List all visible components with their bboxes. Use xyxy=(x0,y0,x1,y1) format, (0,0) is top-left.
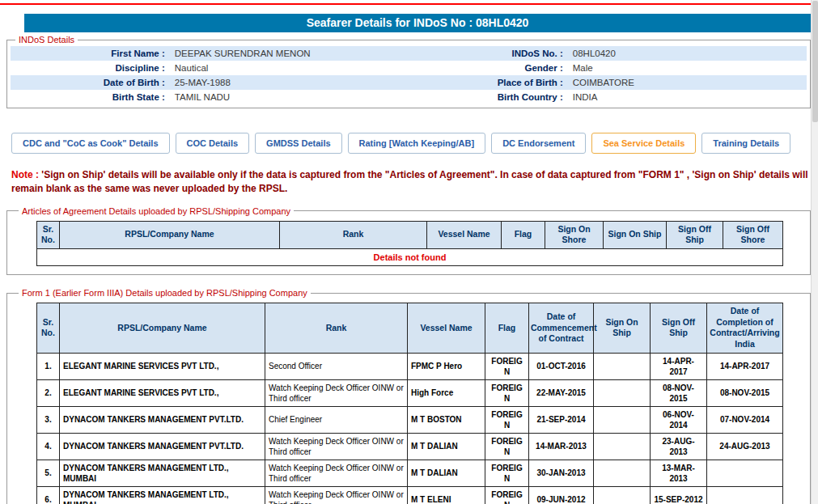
table-cell: 15-SEP-2012 xyxy=(651,486,707,504)
table-cell: 07-NOV-2014 xyxy=(707,406,783,433)
table-cell: Birth State : xyxy=(11,90,170,104)
column-header: RPSL/Company Name xyxy=(60,303,265,354)
table-cell: Place of Birth : xyxy=(409,75,568,90)
table-cell: Birth Country : xyxy=(409,90,568,104)
table-row: First Name :DEEPAK SURENDRAN MENONINDoS … xyxy=(11,46,807,61)
table-cell xyxy=(707,486,783,504)
indos-details-legend: INDoS Details xyxy=(15,35,78,44)
table-cell: DYNACOM TANKERS MANAGEMENT PVT.LTD. xyxy=(60,406,265,433)
table-row: 5.DYNACOM TANKERS MANAGEMENT LTD., MUMBA… xyxy=(37,460,783,486)
tab-gmdss-details[interactable]: GMDSS Details xyxy=(255,133,341,154)
column-header: RPSL/Company Name xyxy=(60,221,280,248)
articles-of-agreement-section: Articles of Agreement Details uploaded b… xyxy=(6,206,811,276)
column-header: Sr. No. xyxy=(37,221,60,248)
table-cell: 25-MAY-1988 xyxy=(170,75,409,90)
table-cell: INDoS No. : xyxy=(409,46,568,61)
tab-coc-details[interactable]: COC Details xyxy=(176,133,250,154)
column-header: Sign On Shore xyxy=(545,221,604,248)
indos-details-section: INDoS Details First Name :DEEPAK SURENDR… xyxy=(6,35,811,108)
vertical-scrollbar[interactable] xyxy=(811,0,818,504)
table-cell: M T DALIAN xyxy=(408,460,485,486)
table-cell: ELEGANT MARINE SERVICES PVT LTD., xyxy=(60,353,265,379)
table-cell: FOREIGN xyxy=(485,353,529,379)
scrollbar-thumb[interactable] xyxy=(812,1,818,122)
table-cell: 23-AUG-2013 xyxy=(651,433,707,460)
column-header: Flag xyxy=(485,303,529,354)
table-cell: INDIA xyxy=(568,90,807,104)
table-cell: 13-MAR-2013 xyxy=(651,460,707,486)
table-cell: DEEPAK SURENDRAN MENON xyxy=(170,46,409,61)
column-header: Sign Off Ship xyxy=(667,221,723,248)
table-cell: 4. xyxy=(37,433,60,460)
table-cell: Watch Keeping Deck Officer OINW or Third… xyxy=(265,486,408,504)
table-cell: FOREIGN xyxy=(485,486,529,504)
table-cell xyxy=(594,460,651,486)
table-cell: Chief Engineer xyxy=(265,406,408,433)
table-row: Discipline :NauticalGender :Male xyxy=(11,61,807,75)
column-header: Vessel Name xyxy=(408,303,485,354)
table-cell: COIMBATORE xyxy=(568,75,807,90)
column-header: Sign On Ship xyxy=(604,221,667,248)
table-cell: 2. xyxy=(37,379,60,406)
table-cell: 09-JUN-2012 xyxy=(529,486,594,504)
table-cell: 08HL0420 xyxy=(568,46,807,61)
table-cell: DYNACOM TANKERS MANAGEMENT LTD., MUMBAI xyxy=(60,486,265,504)
table-row: 2.ELEGANT MARINE SERVICES PVT LTD.,Watch… xyxy=(37,379,783,406)
column-header: Sign Off Shore xyxy=(723,221,783,248)
page-title: Seafarer Details for INDoS No : 08HL0420 xyxy=(24,14,811,32)
table-cell: FOREIGN xyxy=(485,379,529,406)
column-header: Rank xyxy=(280,221,427,248)
table-row: 1.ELEGANT MARINE SERVICES PVT LTD.,Secon… xyxy=(37,353,783,379)
table-header-row: Sr. No.RPSL/Company NameRankVessel NameF… xyxy=(37,303,783,354)
tab-cdc-coc-as-cook-details[interactable]: CDC and "CoC as Cook" Details xyxy=(11,133,170,154)
table-cell: 24-AUG-2013 xyxy=(707,433,783,460)
table-cell: 08-NOV-2015 xyxy=(707,379,783,406)
articles-table-body: Details not found xyxy=(37,248,783,265)
table-cell xyxy=(594,486,651,504)
table-row: 4.DYNACOM TANKERS MANAGEMENT PVT.LTD.Wat… xyxy=(37,433,783,460)
table-cell: 14-APR-2017 xyxy=(707,353,783,379)
column-header: Flag xyxy=(502,221,545,248)
tab-rating-watch-keeping-ab[interactable]: Rating [Watch Keeping/AB] xyxy=(348,133,486,154)
table-cell: First Name : xyxy=(11,46,170,61)
table-row: 3.DYNACOM TANKERS MANAGEMENT PVT.LTD.Chi… xyxy=(37,406,783,433)
table-cell: 06-NOV-2014 xyxy=(651,406,707,433)
table-cell: M T ELENI xyxy=(408,486,485,504)
tab-training-details[interactable]: Training Details xyxy=(701,133,790,154)
empty-result-row: Details not found xyxy=(37,248,783,265)
table-cell: FOREIGN xyxy=(485,433,529,460)
table-cell: Male xyxy=(568,61,807,75)
form1-table-body: 1.ELEGANT MARINE SERVICES PVT LTD.,Secon… xyxy=(37,353,783,504)
table-cell: Watch Keeping Deck Officer OINW or Third… xyxy=(265,460,408,486)
column-header: Sr. No. xyxy=(37,303,60,354)
tab-sea-service-details[interactable]: Sea Service Details xyxy=(591,133,696,154)
table-cell xyxy=(594,433,651,460)
table-cell: High Force xyxy=(408,379,485,406)
table-cell: 21-SEP-2014 xyxy=(529,406,594,433)
table-cell: ELEGANT MARINE SERVICES PVT LTD., xyxy=(60,379,265,406)
column-header: Rank xyxy=(265,303,408,354)
table-cell: 3. xyxy=(37,406,60,433)
articles-of-agreement-table: Sr. No.RPSL/Company NameRankVessel NameF… xyxy=(36,221,783,267)
table-cell: DYNACOM TANKERS MANAGEMENT LTD., MUMBAI xyxy=(60,460,265,486)
column-header: Sign Off Ship xyxy=(651,303,707,354)
table-cell: 1. xyxy=(37,353,60,379)
table-cell: 5. xyxy=(37,460,60,486)
table-cell: FOREIGN xyxy=(485,406,529,433)
table-cell: Nautical xyxy=(170,61,409,75)
form1-legend: Form 1 (Earlier Form IIIA) Details uploa… xyxy=(19,288,311,298)
table-cell: Watch Keeping Deck Officer OINW or Third… xyxy=(265,379,408,406)
table-cell: 6. xyxy=(37,486,60,504)
table-cell: Watch Keeping Deck Officer OINW or Third… xyxy=(265,433,408,460)
table-header-row: Sr. No.RPSL/Company NameRankVessel NameF… xyxy=(37,221,783,248)
tab-dc-endorsement[interactable]: DC Endorsement xyxy=(491,133,586,154)
table-cell xyxy=(594,406,651,433)
sign-on-ship-note: Note : 'Sign on Ship' details will be av… xyxy=(11,168,808,196)
table-cell: 14-MAR-2013 xyxy=(529,433,594,460)
table-cell: 22-MAY-2015 xyxy=(529,379,594,406)
indos-details-body: First Name :DEEPAK SURENDRAN MENONINDoS … xyxy=(11,46,807,104)
table-cell: 14-APR-2017 xyxy=(651,353,707,379)
table-cell: M T BOSTON xyxy=(408,406,485,433)
column-header: Date of Completion of Contract/Arriving … xyxy=(707,303,783,354)
column-header: Vessel Name xyxy=(427,221,502,248)
